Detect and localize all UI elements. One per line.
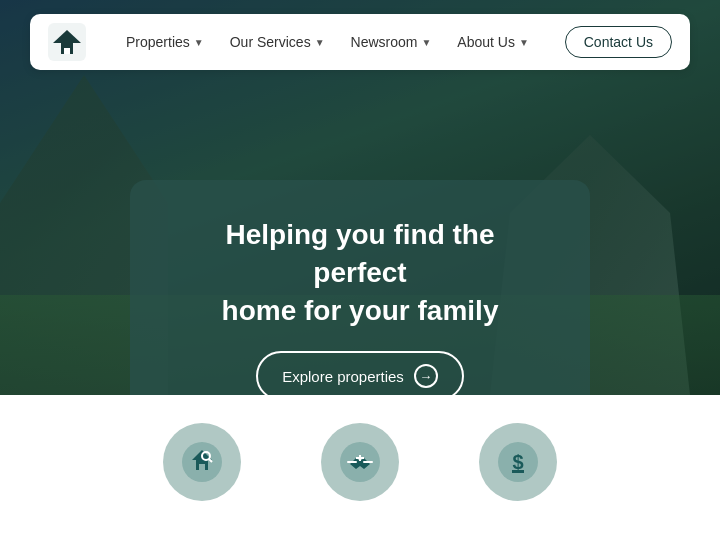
- logo-icon: [48, 23, 86, 61]
- svg-rect-15: [512, 470, 524, 473]
- home-search-icon: [182, 442, 222, 482]
- chevron-down-icon: ▼: [315, 37, 325, 48]
- svg-rect-3: [64, 48, 70, 54]
- features-section: $: [0, 395, 720, 540]
- explore-label: Explore properties: [282, 368, 404, 385]
- svg-text:$: $: [512, 451, 523, 473]
- hero-title: Helping you find the perfect home for yo…: [178, 216, 542, 329]
- dollar-icon: $: [498, 442, 538, 482]
- arrow-right-icon: →: [414, 364, 438, 388]
- svg-rect-7: [199, 464, 205, 470]
- feature-find-home: [163, 423, 241, 501]
- explore-properties-button[interactable]: Explore properties →: [256, 351, 464, 401]
- contact-button[interactable]: Contact Us: [565, 26, 672, 58]
- feature-pricing: $: [479, 423, 557, 501]
- nav-item-about[interactable]: About Us ▼: [447, 28, 539, 56]
- nav-item-properties[interactable]: Properties ▼: [116, 28, 214, 56]
- find-home-icon-circle: [163, 423, 241, 501]
- nav-links: Properties ▼ Our Services ▼ Newsroom ▼ A…: [116, 28, 565, 56]
- handshake-icon-circle: [321, 423, 399, 501]
- chevron-down-icon: ▼: [421, 37, 431, 48]
- handshake-icon: [340, 442, 380, 482]
- navbar: Properties ▼ Our Services ▼ Newsroom ▼ A…: [30, 14, 690, 70]
- nav-item-newsroom[interactable]: Newsroom ▼: [341, 28, 442, 56]
- feature-handshake: [321, 423, 399, 501]
- logo[interactable]: [48, 23, 86, 61]
- chevron-down-icon: ▼: [194, 37, 204, 48]
- nav-item-services[interactable]: Our Services ▼: [220, 28, 335, 56]
- pricing-icon-circle: $: [479, 423, 557, 501]
- chevron-down-icon: ▼: [519, 37, 529, 48]
